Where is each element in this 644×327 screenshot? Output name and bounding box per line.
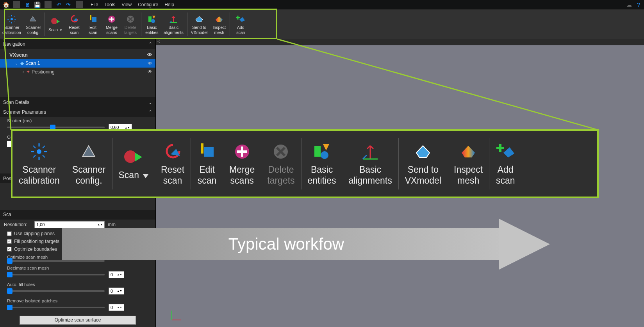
collapse-icon[interactable]: ⌃ xyxy=(148,41,152,47)
new-file-icon[interactable]: 🗎 xyxy=(24,1,31,8)
co-basic-alignments[interactable]: Basicalignments xyxy=(342,131,398,197)
co-merge-scans[interactable]: Mergescans xyxy=(223,131,261,197)
workflow-arrow: Typical workfow xyxy=(62,219,558,270)
cloud-icon[interactable]: ☁ xyxy=(626,2,632,8)
ribbon-label: Editscan xyxy=(89,25,97,34)
co-label: Editscan xyxy=(198,164,217,186)
redo-icon[interactable]: ↷ xyxy=(65,1,72,8)
separator xyxy=(45,1,52,8)
autofill-label: Auto. fill holes xyxy=(0,281,155,287)
optimize-surface-button[interactable]: Optimize scan surface xyxy=(20,316,136,325)
svg-point-7 xyxy=(151,19,155,23)
visibility-icon[interactable]: 👁 xyxy=(147,52,152,58)
menu-help[interactable]: Help xyxy=(164,2,174,7)
scan-params-header[interactable]: Sca xyxy=(0,210,155,220)
scan-details-header[interactable]: Scan Details ⌄ xyxy=(0,97,155,107)
collapse-icon[interactable]: ⌃ xyxy=(148,109,152,115)
ribbon-basic-entities[interactable]: Basicentities xyxy=(143,10,161,38)
panel-title: Scanner Parameters xyxy=(3,109,46,115)
menu-configure[interactable]: Configure xyxy=(138,2,158,7)
dropdown-icon[interactable] xyxy=(143,174,148,178)
decimate-value[interactable]: 0▲▼ xyxy=(109,271,124,278)
menu-view[interactable]: View xyxy=(121,2,132,7)
checkbox-icon[interactable]: ✓ xyxy=(7,239,12,244)
ribbon-add-scan[interactable]: Addscan xyxy=(231,10,250,38)
co-scan[interactable]: Scan xyxy=(112,131,155,197)
panel-title: Scan Details xyxy=(3,100,29,105)
separator xyxy=(13,1,20,8)
navigation-tree: VXscan 👁 ⌄ ◆ Scan 1 👁 › ✦ Positioning 👁 xyxy=(0,49,155,97)
help-icon[interactable]: ? xyxy=(635,2,642,8)
autofill-slider[interactable] xyxy=(7,290,105,292)
axis-gizmo xyxy=(168,308,184,324)
panel-title: Navigation xyxy=(3,41,25,47)
shutter-slider[interactable] xyxy=(7,127,105,128)
ribbon-send-vxmodel[interactable]: Send toVXmodel xyxy=(189,10,210,38)
save-icon[interactable]: 💾 xyxy=(34,1,41,8)
ribbon-scanner-calibration[interactable]: Scannercalibration xyxy=(0,10,23,38)
co-add-scan[interactable]: Addscan xyxy=(489,131,521,197)
checkbox-label: Use clipping planes xyxy=(14,231,55,236)
ribbon-label: Inspectmesh xyxy=(212,25,226,34)
svg-point-17 xyxy=(321,151,328,159)
separator xyxy=(187,13,187,36)
ribbon-scanner-config[interactable]: Scannerconfig. xyxy=(23,10,43,38)
svg-point-0 xyxy=(11,18,13,20)
co-scanner-calibration[interactable]: Scannercalibration xyxy=(12,131,66,197)
svg-point-1 xyxy=(51,18,57,24)
nav-label: Scan 1 xyxy=(25,61,40,66)
co-label: Scannerconfig. xyxy=(72,164,106,186)
menubar-menus: File Tools View Configure Help xyxy=(87,2,174,7)
co-send-vxmodel[interactable]: Send toVXmodel xyxy=(399,131,448,197)
co-label: Basicalignments xyxy=(348,164,392,186)
expand-icon[interactable]: ⌄ xyxy=(148,100,152,105)
ribbon-reset-scan[interactable]: Resetscan xyxy=(65,10,84,38)
ribbon-merge-scans[interactable]: Mergescans xyxy=(102,10,121,38)
ribbon-edit-scan[interactable]: Editscan xyxy=(84,10,102,38)
svg-point-11 xyxy=(124,150,137,163)
scan-icon: ◆ xyxy=(20,61,24,66)
co-label: Send toVXmodel xyxy=(405,164,441,186)
arrow-body: Typical workfow xyxy=(62,228,511,260)
co-label: Scan xyxy=(119,170,139,180)
ribbon-inspect-mesh[interactable]: Inspectmesh xyxy=(210,10,228,38)
ribbon-label: Scan xyxy=(48,27,58,32)
ribbon-delete-targets: Deletetargets xyxy=(121,10,140,38)
co-basic-entities[interactable]: Basicentities xyxy=(301,131,343,197)
menu-tools[interactable]: Tools xyxy=(104,2,115,7)
dropdown-icon[interactable]: ▼ xyxy=(59,29,62,32)
nav-scan-selected[interactable]: ⌄ ◆ Scan 1 👁 xyxy=(0,59,155,68)
shutter-label: Shutter (ms) xyxy=(0,117,155,123)
navigation-header[interactable]: Navigation ⌃ xyxy=(0,39,155,49)
co-label: Basicentities xyxy=(308,164,336,186)
checkbox-icon[interactable]: ✓ xyxy=(7,247,12,252)
separator xyxy=(45,13,45,36)
nav-root[interactable]: VXscan 👁 xyxy=(0,50,155,59)
checkbox-icon[interactable] xyxy=(7,231,12,236)
chevron-right-icon: › xyxy=(23,70,24,74)
removeiso-value[interactable]: 0▲▼ xyxy=(109,304,124,311)
workflow-label: Typical workfow xyxy=(228,235,344,254)
button-label: Optimize scan surface xyxy=(55,317,101,323)
decimate-slider[interactable] xyxy=(7,274,105,275)
ribbon-basic-alignments[interactable]: Basicalignments xyxy=(161,10,186,38)
co-label: Inspectmesh xyxy=(454,164,483,186)
visibility-icon[interactable]: 👁 xyxy=(148,69,152,75)
undo-icon[interactable]: ↶ xyxy=(55,1,62,8)
autofill-value[interactable]: 0▲▼ xyxy=(109,288,124,295)
menu-file[interactable]: File xyxy=(91,2,98,7)
visibility-icon[interactable]: 👁 xyxy=(148,61,152,66)
svg-point-10 xyxy=(37,149,41,154)
co-edit-scan[interactable]: Editscan xyxy=(191,131,223,197)
co-scanner-config[interactable]: Scannerconfig. xyxy=(66,131,112,197)
ribbon-scan[interactable]: Scan▼ xyxy=(46,10,65,38)
co-inspect-mesh[interactable]: Inspectmesh xyxy=(448,131,489,197)
scanner-params-header[interactable]: Scanner Parameters ⌃ xyxy=(0,107,155,117)
ribbon-label: Mergescans xyxy=(106,25,118,34)
svg-rect-6 xyxy=(148,16,152,22)
removeiso-slider[interactable] xyxy=(7,307,105,308)
nav-positioning[interactable]: › ✦ Positioning 👁 xyxy=(0,68,155,76)
ribbon-label: Addscan xyxy=(236,25,245,34)
co-reset-scan[interactable]: Resetscan xyxy=(155,131,191,197)
home-icon[interactable]: 🏠 xyxy=(2,1,9,8)
